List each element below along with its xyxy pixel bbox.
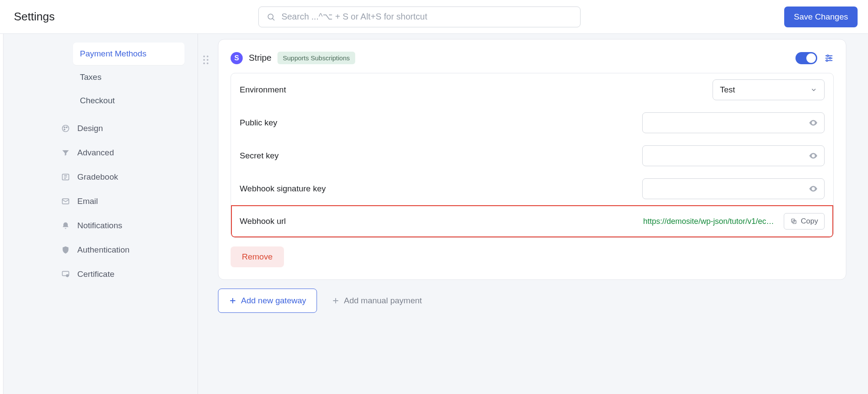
sidebar-sub-taxes[interactable]: Taxes: [73, 66, 185, 89]
copy-label: Copy: [801, 217, 818, 226]
sidebar-item-label: Advanced: [77, 148, 114, 158]
sidebar-item-certificate[interactable]: Certificate: [61, 262, 185, 286]
svg-point-15: [207, 62, 208, 64]
gateway-fields: Environment Test Public key: [231, 73, 834, 238]
search-input[interactable]: [281, 12, 572, 22]
svg-line-1: [273, 18, 274, 20]
svg-point-9: [66, 275, 69, 277]
row-public-key: Public key: [231, 106, 833, 139]
stripe-logo-icon: S: [231, 52, 243, 64]
gateway-panel-stripe: S Stripe Supports Subscriptions Environm…: [218, 39, 846, 280]
environment-select[interactable]: Test: [713, 79, 825, 100]
add-manual-button[interactable]: Add manual payment: [332, 296, 422, 305]
svg-point-10: [203, 56, 205, 57]
copy-button[interactable]: Copy: [784, 213, 825, 230]
svg-point-24: [812, 188, 814, 190]
subscription-tag: Supports Subscriptions: [277, 52, 355, 64]
left-edge-strip: [0, 34, 3, 394]
row-environment: Environment Test: [231, 73, 833, 106]
sidebar-item-label: Notifications: [77, 221, 122, 230]
eye-icon[interactable]: [809, 151, 818, 161]
webhook-url-label: Webhook url: [240, 217, 431, 226]
sidebar-item-gradebook[interactable]: Gradebook: [61, 165, 185, 189]
certificate-icon: [61, 269, 70, 279]
sidebar-item-advanced[interactable]: Advanced: [61, 141, 185, 165]
webhook-sig-input[interactable]: [649, 184, 809, 193]
add-gateway-button[interactable]: Add new gateway: [218, 289, 317, 313]
webhook-sig-label: Webhook signature key: [240, 184, 431, 194]
sidebar-item-label: Design: [77, 124, 103, 133]
footer-actions: Add new gateway Add manual payment: [218, 289, 846, 313]
secret-key-label: Secret key: [240, 151, 431, 161]
environment-label: Environment: [240, 85, 431, 95]
public-key-input[interactable]: [649, 118, 809, 127]
add-manual-label: Add manual payment: [344, 296, 422, 305]
svg-point-3: [64, 127, 65, 128]
search-icon: [267, 13, 275, 21]
sidebar-item-label: Email: [77, 197, 98, 206]
svg-point-11: [207, 56, 208, 57]
svg-point-17: [827, 55, 828, 56]
chevron-down-icon: [810, 86, 817, 93]
gradebook-icon: [61, 172, 70, 182]
shield-icon: [61, 245, 70, 255]
plus-icon: [229, 297, 237, 305]
eye-icon[interactable]: [809, 184, 818, 194]
sidebar-item-label: Authentication: [77, 245, 129, 255]
svg-point-2: [63, 125, 69, 132]
search-field[interactable]: [258, 7, 581, 27]
svg-point-14: [203, 62, 205, 64]
secret-key-input-wrap: [642, 145, 825, 166]
sidebar: Payment Methods Taxes Checkout Design: [3, 34, 198, 394]
row-webhook-url: Webhook url https://demosite/wp-json/tut…: [231, 205, 833, 237]
sidebar-item-label: Certificate: [77, 269, 115, 279]
topbar: Settings Save Changes: [0, 0, 868, 34]
copy-icon: [790, 218, 797, 225]
sidebar-sub-label: Taxes: [80, 72, 102, 82]
sidebar-item-email[interactable]: Email: [61, 189, 185, 213]
page-title: Settings: [14, 10, 55, 23]
sidebar-sub-label: Payment Methods: [80, 49, 146, 59]
eye-icon[interactable]: [809, 118, 818, 128]
main-content: S Stripe Supports Subscriptions Environm…: [198, 34, 868, 394]
svg-point-22: [812, 122, 814, 124]
sidebar-item-notifications[interactable]: Notifications: [61, 213, 185, 238]
webhook-url-value: https://demosite/wp-json/tutor/v1/ecomme…: [643, 217, 778, 226]
save-changes-button[interactable]: Save Changes: [784, 7, 858, 27]
row-webhook-sig: Webhook signature key: [231, 172, 833, 205]
svg-point-12: [203, 59, 205, 61]
remove-button[interactable]: Remove: [231, 246, 284, 267]
sidebar-item-label: Gradebook: [77, 172, 118, 182]
bell-icon: [61, 221, 70, 230]
svg-point-5: [64, 129, 65, 130]
svg-point-0: [268, 14, 273, 19]
secret-key-input[interactable]: [649, 151, 809, 160]
search-wrap: [55, 7, 784, 27]
gateway-name: Stripe: [249, 53, 271, 63]
sidebar-sub-checkout[interactable]: Checkout: [73, 89, 185, 112]
svg-point-21: [826, 59, 828, 61]
public-key-input-wrap: [642, 112, 825, 133]
sidebar-sub-label: Checkout: [80, 96, 115, 105]
gateway-header: S Stripe Supports Subscriptions: [231, 52, 834, 64]
row-secret-key: Secret key: [231, 139, 833, 172]
sidebar-item-design[interactable]: Design: [61, 116, 185, 141]
svg-point-4: [66, 127, 67, 128]
sidebar-subsection-monetization: Payment Methods Taxes Checkout: [73, 43, 185, 112]
gateway-enable-toggle[interactable]: [795, 52, 817, 64]
sliders-icon[interactable]: [824, 53, 834, 63]
sidebar-sub-payment-methods[interactable]: Payment Methods: [73, 43, 185, 65]
svg-point-23: [812, 155, 814, 157]
sidebar-item-authentication[interactable]: Authentication: [61, 238, 185, 262]
plus-icon: [332, 297, 340, 305]
webhook-sig-input-wrap: [642, 178, 825, 199]
svg-point-19: [829, 57, 831, 59]
drag-handle-icon[interactable]: [203, 55, 209, 65]
public-key-label: Public key: [240, 118, 431, 128]
add-gateway-label: Add new gateway: [241, 296, 306, 305]
environment-value: Test: [720, 85, 735, 95]
svg-point-13: [207, 59, 208, 61]
mail-icon: [61, 197, 70, 206]
palette-icon: [61, 124, 70, 133]
funnel-icon: [61, 148, 70, 158]
